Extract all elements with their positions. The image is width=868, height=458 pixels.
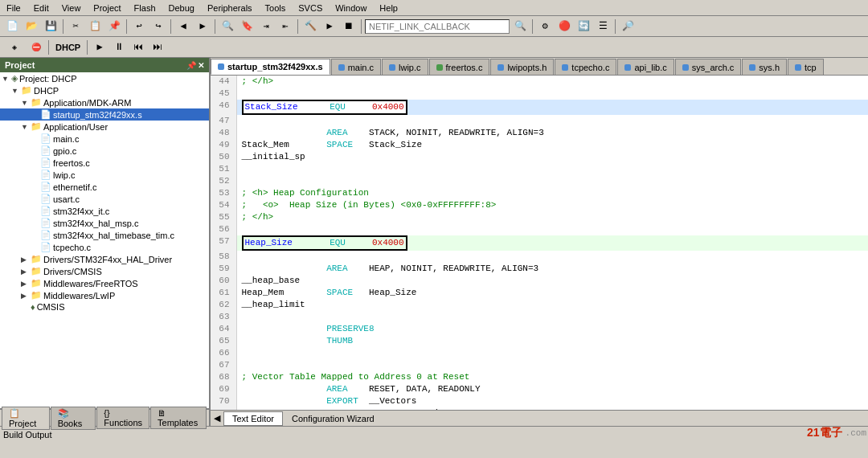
tab-sysarch[interactable]: sys_arch.c [675,59,742,75]
open-btn[interactable]: 📂 [23,18,40,35]
scroll-left-btn[interactable]: ◀ [214,413,220,423]
tree-item-freertos-mw[interactable]: ▶ 📁 Middlewares/FreeRTOS [0,277,209,289]
tb2-btn1[interactable]: ◈ [3,39,26,56]
tree-toggle-mdk[interactable]: ▼ [21,99,31,107]
line-content-56 [236,223,868,235]
code-table: 44 ; </h> 45 46 Stack_Size EQU 0x4000 [211,76,868,410]
menu-project[interactable]: Project [87,2,127,14]
tree-item-gpio[interactable]: 📄 gpio.c [0,145,209,157]
tree-item-freertos[interactable]: 📄 freertos.c [0,157,209,169]
nav-back-btn[interactable]: ◀ [174,18,192,35]
target-config-btn[interactable]: ⚙ [536,18,554,35]
tb2-btn2[interactable]: ⛔ [27,39,45,56]
tree-item-hal[interactable]: ▶ 📁 Drivers/STM32F4xx_HAL_Driver [0,253,209,265]
cut-btn[interactable]: ✂ [67,18,84,35]
tab-lwipopts[interactable]: lwipopts.h [490,59,554,75]
project-panel-title: Project [5,60,35,70]
tb2-btn3[interactable]: ▶ [91,39,108,56]
zoom-btn[interactable]: 🔎 [619,18,637,35]
tree-item-root[interactable]: ▼ ◈ Project: DHCP [0,72,209,84]
stop-btn[interactable]: ⏹ [340,18,358,35]
run-btn[interactable]: ▶ [321,18,338,35]
menu-svcs[interactable]: SVCS [292,2,329,14]
bookmark-btn[interactable]: 🔖 [238,18,256,35]
line-num-45: 45 [211,88,236,100]
tree-item-lwip-mw[interactable]: ▶ 📁 Middlewares/LwIP [0,289,209,301]
project-tree[interactable]: ▼ ◈ Project: DHCP ▼ 📁 DHCP ▼ 📁 A [0,72,209,408]
menu-edit[interactable]: Edit [27,2,55,14]
panel-tab-functions[interactable]: {} Functions [96,407,149,429]
panel-tab-templates[interactable]: 🗎 Templates [150,407,207,429]
nav-fwd-btn[interactable]: ▶ [194,18,211,35]
indent-btn[interactable]: ⇥ [257,18,275,35]
tree-item-ethernetif[interactable]: 📄 ethernetif.c [0,181,209,193]
panel-tab-books[interactable]: 📚 Books [51,407,96,430]
tree-item-startup[interactable]: 📄 startup_stm32f429xx.s [0,108,209,121]
menu-file[interactable]: File [0,2,27,14]
menu-flash[interactable]: Flash [128,2,162,14]
go-btn[interactable]: 🔍 [511,18,529,35]
tree-item-cmsis[interactable]: ♦ CMSIS [0,301,209,313]
line-num-54: 54 [211,199,236,211]
tab-startup[interactable]: startup_stm32f429xx.s [211,59,330,75]
tree-item-timebase[interactable]: 📄 stm32f4xx_hal_timebase_tim.c [0,229,209,241]
tree-item-it[interactable]: 📄 stm32f4xx_it.c [0,205,209,217]
tree-item-usart[interactable]: 📄 usart.c [0,193,209,205]
tree-item-mdk[interactable]: ▼ 📁 Application/MDK-ARM [0,96,209,108]
line-content-48: AREA STACK, NOINIT, READWRITE, ALIGN=3 [236,127,868,139]
copy-btn[interactable]: 📋 [86,18,104,35]
reload-btn[interactable]: 🔄 [575,18,592,35]
tree-toggle-freertos-mw[interactable]: ▶ [21,280,31,288]
tree-toggle-lwip-mw[interactable]: ▶ [21,292,31,300]
search-btn[interactable]: 🔍 [219,18,236,35]
panel-pin-btn[interactable]: 📌 [186,61,196,70]
tree-label-freertos: freertos.c [53,158,90,168]
new-btn[interactable]: 📄 [3,18,21,35]
code-editor[interactable]: 44 ; </h> 45 46 Stack_Size EQU 0x4000 [211,76,868,410]
function-search-input[interactable] [365,19,510,34]
tree-item-lwip[interactable]: 📄 lwip.c [0,169,209,181]
tb2-btn4[interactable]: ⏸ [110,39,128,56]
tree-toggle-dhcp[interactable]: ▼ [11,87,21,95]
tb2-btn5[interactable]: ⏮ [129,39,147,56]
paste-btn[interactable]: 📌 [105,18,123,35]
tab-tcp[interactable]: tcp [788,59,824,75]
build-btn[interactable]: 🔨 [301,18,319,35]
tree-item-msp[interactable]: 📄 stm32f4xx_hal_msp.c [0,217,209,229]
tree-toggle-cmsis-drv[interactable]: ▶ [21,268,31,276]
tree-item-cmsis-drv[interactable]: ▶ 📁 Drivers/CMSIS [0,265,209,277]
debug2-btn[interactable]: 🔴 [555,18,573,35]
tree-toggle-hal[interactable]: ▶ [21,256,31,264]
menu-tools[interactable]: Tools [259,2,293,14]
tree-item-tcpecho[interactable]: 📄 tcpecho.c [0,241,209,253]
tab-apilib[interactable]: api_lib.c [617,59,674,75]
tab-sys[interactable]: sys.h [742,59,787,75]
tab-main[interactable]: main.c [331,59,381,75]
menu-window[interactable]: Window [329,2,373,14]
tab-freertos[interactable]: freertos.c [429,59,490,75]
more-btn[interactable]: ☰ [594,18,612,35]
menu-help[interactable]: Help [373,2,404,14]
menu-view[interactable]: View [55,2,88,14]
tree-toggle[interactable]: ▼ [2,75,11,83]
bottom-tab-config-wizard[interactable]: Configuration Wizard [283,411,383,426]
tab-tcpecho[interactable]: tcpecho.c [555,59,616,75]
code-line-60: 60 __heap_base [211,275,868,287]
menu-peripherals[interactable]: Peripherals [201,2,259,14]
save-btn[interactable]: 💾 [42,18,59,35]
menu-debug[interactable]: Debug [162,2,201,14]
outdent-btn[interactable]: ⇤ [276,18,294,35]
tree-item-dhcp[interactable]: ▼ 📁 DHCP [0,84,209,96]
undo-btn[interactable]: ↩ [130,18,148,35]
tree-item-user[interactable]: ▼ 📁 Application/User [0,121,209,133]
panel-close-btn[interactable]: ✕ [198,61,204,70]
bottom-tab-text-editor[interactable]: Text Editor [223,411,283,426]
tab-lwip[interactable]: lwip.c [382,59,428,75]
tab-indicator-apilib [624,64,631,71]
tree-toggle-user[interactable]: ▼ [21,123,31,131]
redo-btn[interactable]: ↪ [149,18,167,35]
tree-item-main[interactable]: 📄 main.c [0,133,209,145]
tab-label-tcpecho: tcpecho.c [571,63,609,72]
panel-tab-project[interactable]: 📋 Project [2,407,50,430]
tb2-btn6[interactable]: ⏭ [149,39,166,56]
